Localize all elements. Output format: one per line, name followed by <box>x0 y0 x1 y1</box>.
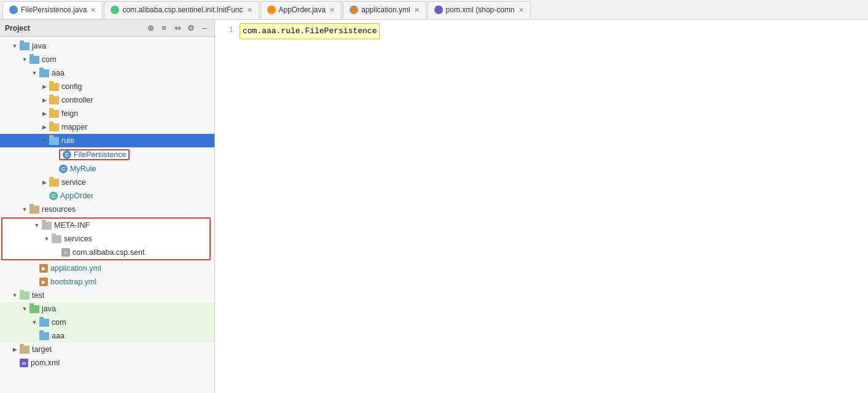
java-class-icon-myrule: C <box>59 165 68 173</box>
tab-label: pom.xml (shop-comn <box>446 6 515 14</box>
line-number-1: 1 <box>215 23 233 37</box>
tree-label-application-yml: application.yml <box>50 264 101 273</box>
tree-label-apporder: AppOrder <box>60 192 93 200</box>
tree-label-target: target <box>32 345 52 354</box>
tree-item-java[interactable]: ▼ java <box>0 39 214 53</box>
toggle-mapper[interactable]: ▶ <box>39 122 49 132</box>
sidebar-title: Project <box>5 24 30 33</box>
folder-icon-feign <box>49 110 59 118</box>
tree-label-com-alibaba: com.alibaba.csp.sent <box>72 248 144 257</box>
tab-file-persistence[interactable]: FilePersistence.java ✕ <box>2 1 103 18</box>
toggle-config[interactable]: ▶ <box>39 82 49 91</box>
toggle-aaa[interactable]: ▼ <box>29 68 39 78</box>
tree-item-mapper[interactable]: ▶ mapper <box>0 120 214 134</box>
tree-item-aaa[interactable]: ▼ aaa <box>0 66 214 80</box>
tree-item-pom-xml[interactable]: m pom.xml <box>0 356 214 370</box>
toggle-controller[interactable]: ▶ <box>39 95 49 105</box>
folder-icon-resources <box>29 206 39 214</box>
tree-item-file-persistence[interactable]: C FilePersistence <box>0 147 214 162</box>
tree-item-myrule[interactable]: C MyRule <box>0 162 214 176</box>
project-tree: ▼ java ▼ com ▼ aaa <box>0 37 214 393</box>
tab-close-button[interactable]: ✕ <box>90 6 96 14</box>
apporder-tab-icon <box>267 6 276 14</box>
tree-item-apporder[interactable]: C AppOrder <box>0 189 214 203</box>
folder-icon-service <box>49 179 59 187</box>
folder-icon-aaa <box>39 69 49 77</box>
tree-label-meta-inf: META-INF <box>54 221 90 230</box>
tree-item-target[interactable]: ▶ target <box>0 343 214 356</box>
tree-item-bootstrap-yml[interactable]: ▶ bootstrap.yml <box>0 275 214 289</box>
tree-item-controller[interactable]: ▶ controller <box>0 93 214 107</box>
toggle-service[interactable]: ▶ <box>39 177 49 187</box>
line-numbers: 1 <box>215 22 240 39</box>
tab-init-func[interactable]: com.alibaba.csp.sentinel.init.InitFunc ✕ <box>104 1 259 18</box>
tab-close-button[interactable]: ✕ <box>247 6 252 14</box>
tree-item-test-java[interactable]: ▼ java <box>0 302 214 316</box>
tree-label-feign: feign <box>61 109 78 118</box>
tree-label-test-com: com <box>52 318 66 327</box>
toggle-meta-inf[interactable]: ▼ <box>32 220 42 230</box>
folder-icon-com <box>29 56 39 64</box>
sidebar: Project ⊕ ≡ ⇔ ⚙ – ▼ java ▼ <box>0 20 215 393</box>
tab-bar: FilePersistence.java ✕ com.alibaba.csp.s… <box>0 0 868 20</box>
code-line-1: com.aaa.rule.FilePersistence <box>240 23 868 39</box>
toggle-resources[interactable]: ▼ <box>20 204 29 214</box>
minimize-icon[interactable]: – <box>200 23 209 33</box>
tab-pom-xml[interactable]: pom.xml (shop-comn ✕ <box>428 1 531 18</box>
tree-item-com-alibaba[interactable]: ≡ com.alibaba.csp.sent <box>2 246 209 259</box>
java-class-icon-file-persistence: C <box>63 150 71 159</box>
editor-content: 1 com.aaa.rule.FilePersistence <box>215 20 868 39</box>
tab-label: AppOrder.java <box>279 6 326 14</box>
sync-icon[interactable]: ⇔ <box>173 23 182 33</box>
tree-item-application-yml[interactable]: ▶ application.yml <box>0 262 214 275</box>
toggle-feign[interactable]: ▶ <box>39 109 49 119</box>
tab-close-button[interactable]: ✕ <box>329 6 335 14</box>
toggle-com[interactable]: ▼ <box>20 55 29 64</box>
tree-label-file-persistence: FilePersistence <box>74 150 126 159</box>
tree-label-mapper: mapper <box>61 123 87 131</box>
code-text-highlighted: com.aaa.rule.FilePersistence <box>240 23 380 39</box>
sidebar-header-icons: ⊕ ≡ ⇔ ⚙ – <box>146 23 209 33</box>
tab-close-button[interactable]: ✕ <box>414 6 420 14</box>
list-icon[interactable]: ≡ <box>159 23 169 33</box>
tree-item-services[interactable]: ▼ services <box>2 232 209 246</box>
tree-item-rule[interactable]: ▼ rule <box>0 134 214 147</box>
tree-label-myrule: MyRule <box>70 165 96 173</box>
folder-icon-test-aaa <box>39 332 49 340</box>
toggle-services[interactable]: ▼ <box>42 234 52 244</box>
tree-label-rule: rule <box>61 136 74 145</box>
tab-application-yml[interactable]: application.yml ✕ <box>343 1 426 18</box>
toggle-java[interactable]: ▼ <box>10 41 20 51</box>
init-tab-icon <box>111 6 119 14</box>
tree-item-resources[interactable]: ▼ resources <box>0 203 214 216</box>
tab-close-button[interactable]: ✕ <box>518 6 524 14</box>
tree-label-java: java <box>32 42 46 50</box>
tree-item-test-com[interactable]: ▼ com <box>0 316 214 329</box>
settings-icon[interactable]: ⚙ <box>186 23 196 33</box>
code-area[interactable]: com.aaa.rule.FilePersistence <box>240 22 868 39</box>
toggle-rule[interactable]: ▼ <box>39 136 49 146</box>
tab-app-order[interactable]: AppOrder.java ✕ <box>260 1 342 18</box>
tab-label: FilePersistence.java <box>21 6 87 14</box>
toggle-test[interactable]: ▼ <box>10 290 20 300</box>
toggle-target[interactable]: ▶ <box>10 344 20 354</box>
tree-item-feign[interactable]: ▶ feign <box>0 107 214 120</box>
folder-icon-controller <box>49 96 59 104</box>
add-icon[interactable]: ⊕ <box>146 23 155 33</box>
toggle-test-java[interactable]: ▼ <box>20 304 29 314</box>
yml-icon-application: ▶ <box>39 264 48 273</box>
editor: 1 com.aaa.rule.FilePersistence <box>215 20 868 393</box>
tree-label-test-java: java <box>42 305 56 313</box>
folder-icon-config <box>49 83 59 91</box>
maven-tab-icon <box>434 6 443 14</box>
tree-item-test-aaa[interactable]: aaa <box>0 329 214 343</box>
tree-item-test[interactable]: ▼ test <box>0 289 214 302</box>
tree-item-config[interactable]: ▶ config <box>0 80 214 93</box>
tree-item-com[interactable]: ▼ com <box>0 53 214 66</box>
tree-item-meta-inf[interactable]: ▼ META-INF <box>2 219 209 232</box>
java-tab-icon <box>9 6 18 14</box>
tree-item-service[interactable]: ▶ service <box>0 176 214 189</box>
toggle-test-com[interactable]: ▼ <box>29 317 39 327</box>
tree-label-services: services <box>64 235 92 243</box>
folder-icon-services <box>52 235 61 243</box>
